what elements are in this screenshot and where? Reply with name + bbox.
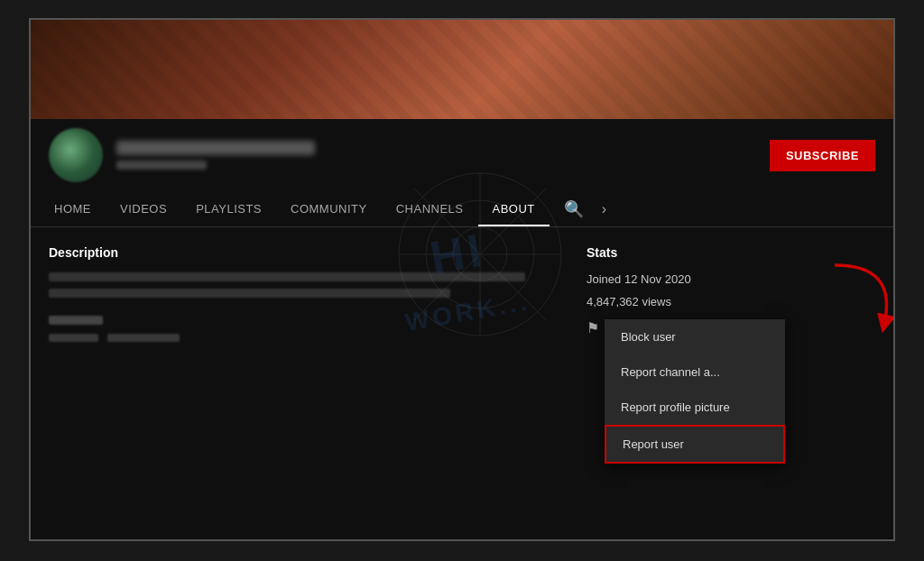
tab-community[interactable]: COMMUNITY <box>276 191 382 226</box>
desc-line-1 <box>49 272 525 281</box>
tab-home[interactable]: HOME <box>40 191 106 226</box>
description-heading: Description <box>49 245 550 260</box>
channel-banner <box>31 20 893 119</box>
stat-views: 4,847,362 views <box>587 295 875 308</box>
channel-info-row: SUBSCRIBE <box>31 119 893 191</box>
flag-row: ⚑ Block user Report channel a... Report … <box>587 319 875 336</box>
report-profile-item[interactable]: Report profile picture <box>605 390 785 425</box>
report-user-item[interactable]: Report user <box>605 425 785 464</box>
subscribe-button[interactable]: SUBSCRIBE <box>770 140 875 171</box>
right-column: Stats Joined 12 Nov 2020 4,847,362 views… <box>587 245 875 347</box>
channel-subscribers <box>116 161 207 170</box>
tab-channels[interactable]: CHANNELS <box>382 191 478 226</box>
detail-block <box>49 316 550 342</box>
tab-videos[interactable]: VIDEOS <box>106 191 181 226</box>
report-channel-item[interactable]: Report channel a... <box>605 354 785 390</box>
location-value <box>107 334 180 342</box>
desc-line-2 <box>49 289 450 298</box>
tab-about[interactable]: ABOUT <box>478 191 550 226</box>
main-content: Description Stats Joined 12 Nov 2020 4,8… <box>31 227 893 365</box>
stat-joined: Joined 12 Nov 2020 <box>587 272 875 286</box>
block-user-item[interactable]: Block user <box>605 319 785 354</box>
avatar <box>49 128 103 182</box>
flag-icon[interactable]: ⚑ <box>587 319 599 336</box>
location-key <box>49 334 98 342</box>
nav-tabs: HOME VIDEOS PLAYLISTS COMMUNITY CHANNELS… <box>31 191 893 227</box>
search-icon[interactable]: 🔍 <box>557 192 591 226</box>
detail-label-bar <box>49 316 103 325</box>
nav-more-icon[interactable]: › <box>595 194 614 225</box>
left-column: Description <box>49 245 550 347</box>
location-row <box>49 334 550 342</box>
dropdown-menu: Block user Report channel a... Report pr… <box>605 319 785 464</box>
stats-heading: Stats <box>587 245 875 260</box>
channel-name-block <box>116 141 770 170</box>
tab-playlists[interactable]: PLAYLISTS <box>181 191 276 226</box>
channel-name <box>116 141 315 155</box>
